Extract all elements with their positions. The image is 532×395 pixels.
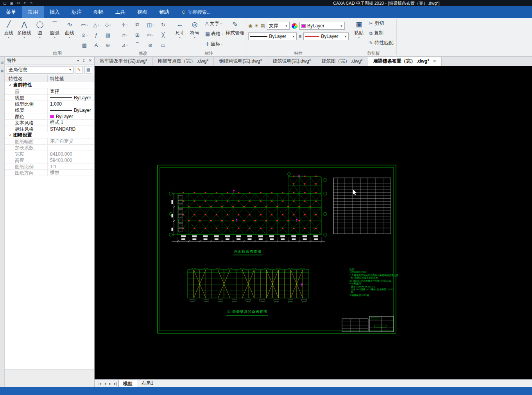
print-icon[interactable]: ⊡ [17, 0, 20, 6]
last-tab-icon[interactable]: ▸| [113, 382, 118, 386]
polyline-tool-button[interactable]: ⋀ 多段线 ▾ [16, 18, 32, 39]
doc-tab-wall-purlin[interactable]: 墙梁檩条布置（完） .dwg* ✕ [368, 57, 442, 66]
style-manager-button[interactable]: ✎ 样式管理 [224, 18, 245, 36]
property-value[interactable]: 59400.000 [48, 157, 94, 163]
property-value[interactable]: ByLayer [48, 113, 94, 119]
line-tool-button[interactable]: ╱ 直线 ▾ [1, 18, 16, 39]
undo-icon[interactable]: ↶ [23, 0, 27, 6]
next-tab-icon[interactable]: ▸ [107, 382, 113, 386]
ellipse-tool-button[interactable]: ◇▾ [102, 20, 114, 30]
function-search[interactable]: 功能搜索... [182, 9, 211, 16]
arc-tool-button[interactable]: ⌒ 圆弧 ▾ [47, 18, 62, 39]
prev-tab-icon[interactable]: ◂ [103, 382, 108, 386]
linetype-select[interactable]: ByLayer ▼ [248, 32, 297, 40]
menu-item-view[interactable]: 视图 [131, 6, 153, 18]
trim-tool-button[interactable]: ✄▾ [144, 30, 157, 40]
edit-properties-button[interactable]: ✎ [75, 66, 83, 74]
color-wheel-icon[interactable] [292, 23, 297, 29]
pick-object-button[interactable]: ▦ [84, 66, 92, 74]
dimension-tool-button[interactable]: ↔ 尺寸 ▾ [172, 18, 187, 39]
cut-button[interactable]: ✂ 剪切 [367, 18, 395, 28]
rectangle-tool-button[interactable]: ▭▾ [79, 20, 90, 30]
property-value[interactable]: ByLayer [48, 107, 94, 113]
erase-tool-button[interactable]: ▭ [157, 40, 170, 50]
doc-tab-arch-notes[interactable]: 建筑说明(完).dwg* [267, 57, 316, 66]
doc-tab-rigid-frame[interactable]: 刚架节点图（完） .dwg* [153, 57, 214, 66]
property-value[interactable]: ByLayer [48, 95, 94, 101]
menu-item-tools[interactable]: 工具 [109, 6, 131, 18]
fill-tool-button[interactable]: ▩ [79, 40, 90, 50]
doc-tab-crane-beam[interactable]: 吊车梁及平台(完).dwg* [95, 57, 153, 66]
fillet-tool-button[interactable]: ⌒ [131, 40, 144, 50]
text-tool-button[interactable]: A [90, 40, 102, 50]
properties-panel-tab[interactable]: ▤ [0, 59, 4, 66]
section-current-properties[interactable]: ⊿ 当前特性 [5, 82, 94, 88]
paste-button[interactable]: ▣ 粘贴 ▾ [351, 18, 366, 39]
panel-pin-icon[interactable]: ↧ [82, 58, 85, 63]
property-value[interactable]: 横放 [48, 170, 94, 176]
menu-item-help[interactable]: 帮助 [153, 6, 175, 18]
layer-sun-icon[interactable]: ☀ [254, 23, 259, 29]
line-tool-label: 直线 [4, 30, 13, 36]
offset-tool-button[interactable]: ▱▾ [118, 30, 131, 40]
menu-item-menu[interactable]: 菜单 [0, 6, 22, 18]
section-sheet-settings[interactable]: ⊿ 图幅设置 [5, 132, 94, 138]
property-value[interactable]: 用户自定义 [48, 138, 94, 144]
save-icon[interactable]: ▣ [10, 0, 14, 6]
layer-select[interactable]: 支撑 ▼ [267, 22, 290, 30]
polygon-tool-button[interactable]: △▾ [90, 20, 102, 30]
property-value[interactable]: 支撑 [48, 88, 94, 94]
close-tab-icon[interactable]: ✕ [433, 59, 436, 64]
point-tool-button[interactable]: ⊙▾ [79, 30, 90, 40]
panel-close-icon[interactable]: ✕ [89, 58, 92, 63]
hatch-tool-button[interactable]: ▨ [102, 30, 114, 40]
symbol-tool-button[interactable]: ◎ 符号 ▾ [187, 18, 202, 39]
match-properties-button[interactable]: ✎ 特性匹配 [367, 38, 395, 48]
lineweight-settings-icon[interactable]: ≡ [299, 34, 301, 39]
model-tab[interactable]: 模型 [118, 380, 137, 387]
property-value[interactable]: 样式 1 [48, 120, 94, 126]
coordinate-annotate-button[interactable]: ✛ 坐标 ▾ [204, 39, 224, 49]
note-line: 拉条 Ф12圆钢, M12螺栓, 拉条采用 Q235 [349, 288, 396, 291]
panel-collapse-icon[interactable]: ▾ [77, 58, 79, 63]
layer-on-icon[interactable]: ◉ [248, 23, 252, 29]
layer-print-icon[interactable]: ▤ [261, 23, 265, 29]
chamfer-tool-button[interactable]: ⊿▾ [118, 40, 131, 50]
drawing-canvas[interactable]: 屋面檩条布置图 ①-⑫墙梁及拉条布置图 说明: 1.檩条间距为M2. 2.凡遇墙… [95, 66, 532, 379]
break-tool-button[interactable]: ╳ [157, 30, 170, 40]
copy-button[interactable]: ⧉ 复制 [367, 28, 395, 38]
mirror-tool-button[interactable]: ◫▾ [144, 20, 157, 30]
detail-view-tool-button[interactable]: ⊕ [102, 40, 114, 50]
stretch-tool-button[interactable]: ⊕ [144, 40, 157, 50]
circle-tool-button[interactable]: ◯ 圆 ▾ [32, 18, 47, 39]
scope-select[interactable]: 全局信息 ▼ [7, 66, 73, 74]
lineweight-select[interactable]: ByLayer ▼ [303, 32, 349, 40]
menu-item-sheet[interactable]: 图幅 [88, 6, 109, 18]
formula-curve-tool-button[interactable]: ƒ [90, 30, 102, 40]
color-select[interactable]: ByLayer ▼ [299, 22, 345, 30]
menu-item-insert[interactable]: 插入 [44, 6, 66, 18]
redo-icon[interactable]: ↷ [30, 0, 33, 6]
property-value[interactable]: 84100.000 [48, 151, 94, 157]
layout1-tab[interactable]: 布局1 [137, 380, 158, 387]
array-tool-button[interactable]: ⊞ [131, 30, 144, 40]
arc-icon: ⌒ [52, 19, 58, 30]
property-value[interactable]: STANDARD [48, 126, 94, 132]
cut-icon: ✂ [369, 21, 373, 26]
menu-item-home[interactable]: 常用 [22, 6, 44, 18]
menu-item-annotate[interactable]: 标注 [66, 6, 88, 18]
copy-tool-button[interactable]: ⧉ [131, 20, 144, 30]
table-annotate-button[interactable]: ▦ 表格 ▾ [204, 29, 224, 39]
property-value[interactable] [48, 145, 94, 151]
library-panel-tab[interactable]: ▦ [0, 67, 4, 74]
spline-tool-button[interactable]: ∿ 曲线 ▾ [62, 18, 77, 39]
first-tab-icon[interactable]: |◂ [97, 382, 103, 386]
property-value[interactable]: 1.000 [48, 101, 94, 107]
rotate-tool-button[interactable]: ↻ [157, 20, 170, 30]
chamfer-icon: ⊿ [122, 42, 126, 48]
doc-tab-steel-notes[interactable]: 钢结构说明(完).dwg* [214, 57, 267, 66]
move-tool-button[interactable]: ✛▾ [118, 20, 131, 30]
text-annotate-button[interactable]: A 文字 ▾ [204, 18, 224, 29]
new-file-icon[interactable]: ▢ [3, 0, 7, 6]
property-value[interactable]: 1:1 [48, 163, 94, 169]
